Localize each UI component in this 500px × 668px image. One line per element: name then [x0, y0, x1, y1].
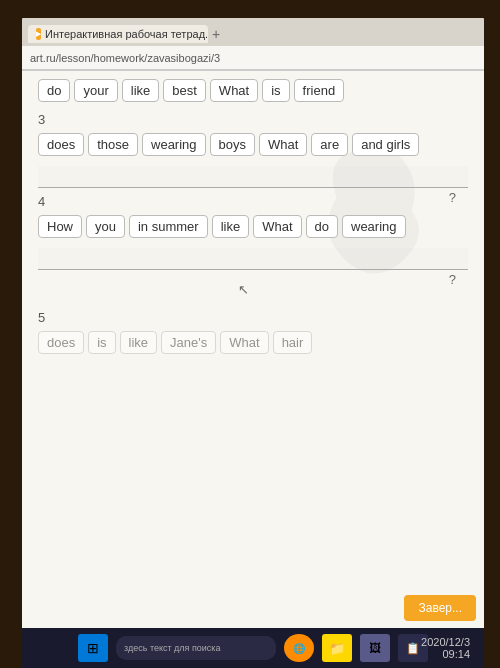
section-5: 5 does is like Jane's What hair: [38, 310, 468, 354]
date-text: 2020/12/3: [421, 636, 470, 648]
word-chip[interactable]: friend: [294, 79, 345, 102]
new-tab-button[interactable]: +: [212, 26, 220, 42]
section-number-3: 3: [38, 112, 468, 127]
word-chip[interactable]: What: [259, 133, 307, 156]
page-content: do your like best What is friend 3 does …: [22, 71, 484, 648]
taskbar-search[interactable]: здесь текст для поиска: [116, 636, 276, 660]
taskbar: ⊞ здесь текст для поиска 🌐 📁 🖼 📋: [22, 628, 484, 668]
tab-bar: ▶ Интерактивная рабочая тетрад... +: [22, 18, 484, 46]
section-3-words: does those wearing boys What are and gir…: [38, 133, 468, 156]
word-chip[interactable]: does: [38, 331, 84, 354]
word-chip[interactable]: are: [311, 133, 348, 156]
word-chip[interactable]: Jane's: [161, 331, 216, 354]
taskbar-search-text: здесь текст для поиска: [124, 643, 221, 653]
word-chip[interactable]: What: [220, 331, 268, 354]
folder-icon[interactable]: 📁: [322, 634, 352, 662]
word-chip[interactable]: do: [306, 215, 338, 238]
word-chip[interactable]: you: [86, 215, 125, 238]
word-chip[interactable]: and girls: [352, 133, 419, 156]
empty-area: ↖: [38, 274, 468, 304]
word-chip[interactable]: hair: [273, 331, 313, 354]
section-3: 3 does those wearing boys What are and g…: [38, 112, 468, 188]
word-chip[interactable]: boys: [210, 133, 255, 156]
photo-icon[interactable]: 🖼: [360, 634, 390, 662]
word-chip[interactable]: do: [38, 79, 70, 102]
active-tab[interactable]: ▶ Интерактивная рабочая тетрад...: [28, 25, 208, 43]
section-number-5: 5: [38, 310, 468, 325]
answer-line-3[interactable]: [38, 166, 468, 188]
word-chip[interactable]: in summer: [129, 215, 208, 238]
section-5-words: does is like Jane's What hair: [38, 331, 468, 354]
word-chip[interactable]: What: [210, 79, 258, 102]
answer-line-4[interactable]: [38, 248, 468, 270]
word-chip[interactable]: like: [120, 331, 158, 354]
address-bar[interactable]: art.ru/lesson/homework/zavasibogazi/3: [22, 46, 484, 70]
word-chip[interactable]: wearing: [142, 133, 206, 156]
datetime-display: 2020/12/3 09:14: [421, 636, 470, 660]
tab-favicon: ▶: [36, 28, 41, 40]
address-text: art.ru/lesson/homework/zavasibogazi/3: [30, 52, 220, 64]
time-text: 09:14: [421, 648, 470, 660]
word-chip[interactable]: wearing: [342, 215, 406, 238]
word-chip[interactable]: How: [38, 215, 82, 238]
section-4: 4 How you in summer like What do wearing…: [38, 194, 468, 270]
word-chip[interactable]: is: [88, 331, 115, 354]
cursor-indicator: ↖: [238, 282, 249, 297]
browser-icon[interactable]: 🌐: [284, 634, 314, 662]
word-chip[interactable]: is: [262, 79, 289, 102]
word-chip[interactable]: does: [38, 133, 84, 156]
section-4-words: How you in summer like What do wearing: [38, 215, 468, 238]
word-chip[interactable]: like: [212, 215, 250, 238]
word-chip[interactable]: like: [122, 79, 160, 102]
word-chip[interactable]: What: [253, 215, 301, 238]
word-bank-row1: do your like best What is friend: [38, 79, 468, 102]
tab-label: Интерактивная рабочая тетрад...: [45, 28, 208, 40]
section-number-4: 4: [38, 194, 468, 209]
submit-button[interactable]: Завер...: [404, 595, 476, 621]
windows-icon[interactable]: ⊞: [78, 634, 108, 662]
word-chip[interactable]: your: [74, 79, 117, 102]
word-chip[interactable]: those: [88, 133, 138, 156]
word-chip[interactable]: best: [163, 79, 206, 102]
